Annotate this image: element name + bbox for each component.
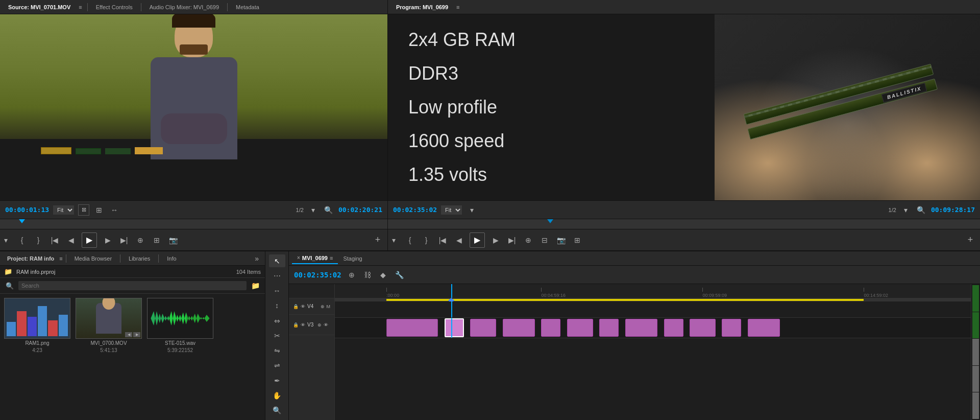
program-mark-out[interactable]: } [421,235,432,246]
track-lock-v4[interactable]: 🔒 [293,304,299,309]
select-tool[interactable]: ↖ [269,254,285,267]
clip-v3-6[interactable] [567,319,593,337]
source-go-in[interactable]: |◀ [49,235,60,246]
slide-tool[interactable]: ⇌ [269,359,285,372]
clip-v3-9[interactable] [664,319,683,337]
source-settings-button[interactable]: ↔ [109,204,120,216]
program-add-button[interactable]: + [965,235,976,246]
track-eye-v4[interactable]: 👁 [301,304,305,309]
source-fit-dropdown[interactable]: Fit [53,205,74,215]
tab-effect-controls[interactable]: Effect Controls [91,2,138,12]
program-export-frame[interactable]: 📷 [555,235,567,246]
new-folder-button[interactable]: 📁 [250,280,261,291]
track-target-v3[interactable]: ⊕ [317,322,322,328]
clip-v3-1[interactable] [386,319,438,337]
source-mark-in[interactable]: ▾ [0,235,11,246]
program-timecode[interactable]: 00:02:35:02 [393,206,437,214]
source-menu-icon[interactable]: ≡ [77,2,84,12]
project-menu-icon[interactable]: ≡ [59,255,62,262]
program-go-in[interactable]: |◀ [437,235,448,246]
source-mark-out[interactable]: } [33,235,44,246]
clip-v3-5[interactable] [541,319,560,337]
source-insert[interactable]: ⊕ [135,235,146,246]
source-zoom-dropdown[interactable]: ▾ [308,204,319,216]
track-vis-v3[interactable]: 👁 [324,322,328,328]
snap-toggle[interactable]: ⊕ [347,270,357,280]
thumb-out-button[interactable]: ▶ [133,332,140,337]
razor-tool[interactable]: ✂ [269,329,285,342]
program-playhead-thumb[interactable] [548,219,553,229]
program-fit-toggle[interactable]: ▾ [466,204,477,216]
track-sync-v4[interactable]: ⊕ [321,304,325,309]
tab-program[interactable]: Program: MVI_0699 [391,2,453,12]
track-eye-v3[interactable]: 👁 [301,322,305,328]
source-timecode[interactable]: 00:00:01:13 [5,206,49,214]
pen-tool[interactable]: ✒ [269,374,285,387]
program-trimming[interactable]: ⊞ [572,235,583,246]
tab-info[interactable]: Info [162,253,181,264]
clip-v3-7[interactable] [599,319,619,337]
source-playhead-thumb[interactable] [19,219,24,229]
track-select-tool[interactable]: ⋯ [269,269,285,282]
tab-libraries[interactable]: Libraries [124,253,155,264]
list-item[interactable]: STE-015.wav 5:39:22152 [147,298,213,416]
search-icon-button[interactable]: 🔍 [4,280,15,291]
thumb-in-button[interactable]: ◀ [125,332,132,337]
tab-audio-mixer[interactable]: Audio Clip Mixer: MVI_0699 [144,2,224,12]
clip-v3-8[interactable] [625,319,657,337]
list-item[interactable]: RAM1.png 4:23 [4,298,70,416]
tab-staging[interactable]: Staging [338,253,367,264]
program-menu-icon[interactable]: ≡ [454,2,461,12]
clip-v3-4[interactable] [503,319,535,337]
source-play-button[interactable]: ▶ [82,232,97,248]
track-mute-v4[interactable]: M [327,304,331,309]
program-lift[interactable]: ⊕ [523,235,534,246]
rate-stretch-tool[interactable]: ⇔ [269,314,285,327]
source-safe-margins-button[interactable]: ⊠ [78,204,89,216]
track-row-v3[interactable] [335,318,980,338]
program-fraction-dropdown[interactable]: ▾ [900,204,912,216]
source-export-frame-button[interactable]: ⊞ [93,204,105,216]
rolling-edit-tool[interactable]: ↕ [269,299,285,312]
program-go-out[interactable]: ▶| [506,235,518,246]
wrench-button[interactable]: 🔧 [393,270,406,280]
track-row-v4[interactable] [335,301,980,318]
slip-tool[interactable]: ⇋ [269,344,285,357]
program-mark-clip[interactable]: { [404,235,415,246]
hand-tool[interactable]: ✋ [269,389,285,402]
source-step-back[interactable]: ◀ [65,235,77,246]
program-extract[interactable]: ⊟ [539,235,550,246]
source-overwrite[interactable]: ⊞ [151,235,162,246]
link-toggle[interactable]: ⛓ [362,270,373,280]
clip-v3-11[interactable] [722,319,741,337]
source-add-button[interactable]: + [372,235,383,246]
list-item[interactable]: ◀ ▶ MVI_0700.MOV 5:41:13 [76,298,142,416]
source-scrubber-bar[interactable] [0,219,387,229]
source-go-out[interactable]: ▶| [118,235,130,246]
source-camera[interactable]: 📷 [167,235,179,246]
tab-media-browser[interactable]: Media Browser [69,253,117,264]
source-mark-clip[interactable]: { [16,235,28,246]
source-scrubber[interactable] [0,219,387,229]
search-input[interactable] [18,281,247,290]
program-play-button[interactable]: ▶ [470,232,485,248]
tab-settings-icon[interactable]: ≡ [330,255,333,261]
expand-panels-icon[interactable]: » [252,254,262,263]
zoom-tool[interactable]: 🔍 [269,404,285,417]
track-lock-v3[interactable]: 🔒 [293,322,299,328]
clip-v3-3[interactable] [470,319,496,337]
ripple-edit-tool[interactable]: ↔ [269,285,285,297]
program-scrubber-bar[interactable] [388,219,980,229]
tab-source[interactable]: Source: MVI_0701.MOV [3,2,76,12]
source-step-fwd[interactable]: ▶ [102,235,113,246]
source-zoom-button[interactable]: 🔍 [323,204,334,216]
program-mark-in[interactable]: ▾ [388,235,399,246]
add-marker[interactable]: ◆ [378,270,388,280]
program-zoom-icon[interactable]: 🔍 [916,204,927,216]
program-fit-dropdown[interactable]: Fit [441,205,462,215]
clip-v3-10[interactable] [690,319,716,337]
tab-mvi0699[interactable]: × MVI_0699 ≡ [292,253,338,264]
clip-selected[interactable] [445,318,464,337]
program-scrubber[interactable] [388,219,980,229]
timeline-timecode[interactable]: 00:02:35:02 [294,271,341,279]
